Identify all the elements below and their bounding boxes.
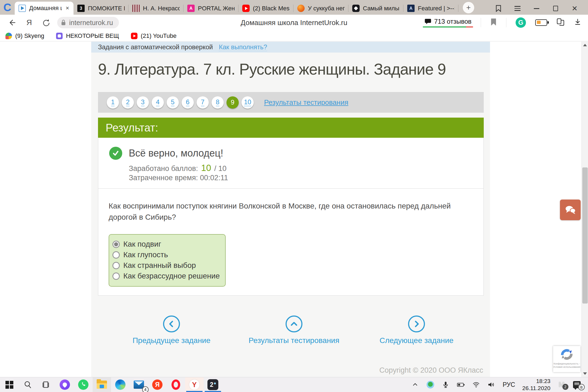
page-scrollbar[interactable] bbox=[581, 42, 588, 377]
bookmark-flag-icon[interactable] bbox=[490, 18, 497, 27]
option-bezrassudnoe-reshenie[interactable]: Как безрассудное решение bbox=[112, 272, 220, 280]
page-button-1[interactable]: 1 bbox=[107, 96, 119, 109]
tab-label: Самый милый bbox=[363, 5, 400, 12]
wifi-icon[interactable] bbox=[472, 381, 480, 389]
maximize-button[interactable] bbox=[552, 5, 559, 12]
score-total: / 10 bbox=[214, 164, 226, 173]
clock-date: 26.11.2020 bbox=[522, 385, 550, 392]
page-button-7[interactable]: 7 bbox=[197, 96, 209, 109]
antivirus-icon[interactable] bbox=[426, 381, 434, 389]
downloads-icon[interactable] bbox=[574, 18, 581, 27]
tab-samy-mily[interactable]: Самый милый bbox=[348, 2, 403, 15]
minimize-button[interactable] bbox=[533, 5, 540, 12]
test-results-link[interactable]: Результаты тестирования bbox=[264, 98, 348, 107]
tab-portal[interactable]: A PORTAL Женск bbox=[183, 2, 238, 15]
task-paginator: 1 2 3 4 5 6 7 8 9 10 Результаты тестиров… bbox=[98, 92, 484, 113]
browser-menu-icon[interactable] bbox=[514, 5, 521, 12]
assignment-title: 9. Литература. 7 кл. Русские женщины. За… bbox=[98, 60, 446, 78]
option-kak-podvig[interactable]: Как подвиг bbox=[112, 240, 220, 249]
bookmark-label: (9) Skyeng bbox=[15, 32, 44, 39]
radio-unselected[interactable] bbox=[112, 251, 120, 259]
tab-youtube-blackmesa[interactable]: (2) Black Mesa Г bbox=[238, 2, 293, 15]
volume-icon[interactable] bbox=[487, 381, 495, 389]
notifications-icon[interactable]: 8 bbox=[573, 381, 581, 389]
page-button-4[interactable]: 4 bbox=[152, 96, 164, 109]
taskbar-explorer-icon[interactable] bbox=[93, 377, 111, 392]
tab-interneturok[interactable]: Домашняя ш × bbox=[15, 2, 74, 15]
previous-task-button[interactable]: Предыдущее задание bbox=[133, 316, 210, 345]
scrollbar-thumb[interactable] bbox=[582, 167, 588, 304]
start-button[interactable] bbox=[0, 377, 19, 392]
page-button-5[interactable]: 5 bbox=[167, 96, 179, 109]
result-banner: Результат: bbox=[98, 118, 484, 138]
language-indicator[interactable]: РУС bbox=[503, 381, 515, 388]
success-check-icon bbox=[109, 147, 122, 160]
taskbar-clock[interactable]: 18:23 26.11.2020 bbox=[522, 378, 550, 392]
tab-sukkub[interactable]: У суккуба непр bbox=[293, 2, 348, 15]
page-button-2[interactable]: 2 bbox=[122, 96, 134, 109]
next-task-button[interactable]: Следующее задание bbox=[376, 316, 457, 345]
bookmarks-panel-icon[interactable] bbox=[495, 5, 502, 12]
battery-icon[interactable] bbox=[457, 381, 465, 389]
chevron-right-icon[interactable] bbox=[408, 316, 425, 332]
m-agent-icon[interactable]: M 2 bbox=[558, 381, 566, 389]
bookmark-youtube[interactable]: (21) YouTube bbox=[131, 32, 176, 39]
next-task-label: Следующее задание bbox=[379, 336, 454, 345]
taskbar-yandex-browser-icon[interactable]: Y bbox=[185, 377, 204, 392]
results-button[interactable]: Результаты тестирования bbox=[245, 316, 343, 345]
option-strannyi-vybor[interactable]: Как странный выбор bbox=[112, 261, 220, 270]
portal-favicon: A bbox=[187, 5, 195, 12]
microphone-icon[interactable] bbox=[442, 381, 450, 389]
page-button-8[interactable]: 8 bbox=[212, 96, 224, 109]
taskbar-yandex-icon[interactable]: Я bbox=[148, 377, 167, 392]
close-window-button[interactable]: ✕ bbox=[571, 5, 578, 12]
recaptcha-text[interactable]: Конфиденциальность - Условия использован… bbox=[553, 362, 580, 369]
collections-icon[interactable] bbox=[556, 18, 565, 27]
taskbar-portal2-icon[interactable]: 2 bbox=[204, 377, 222, 392]
taskbar-opera-icon[interactable] bbox=[167, 377, 185, 392]
back-button[interactable] bbox=[8, 18, 17, 27]
url-field[interactable]: interneturok.ru bbox=[57, 17, 119, 28]
recaptcha-badge[interactable]: Конфиденциальность - Условия использован… bbox=[553, 346, 580, 372]
score-label: Заработано баллов: bbox=[129, 164, 198, 173]
znanija-favicon: 3 bbox=[77, 5, 85, 12]
bookmark-nekotorye-veshchi[interactable]: НЕКОТОРЫЕ ВЕЩ bbox=[56, 32, 119, 39]
scroll-up-arrow[interactable] bbox=[583, 44, 587, 46]
tasks-header-label: Задания с автоматической проверкой bbox=[98, 43, 213, 51]
taskbar-search-button[interactable] bbox=[19, 377, 37, 392]
scroll-down-arrow[interactable] bbox=[583, 372, 587, 375]
option-kak-glupost[interactable]: Как глупость bbox=[112, 250, 220, 259]
taskbar-mail-icon[interactable]: 4 bbox=[130, 377, 148, 392]
tab-ao3-featured[interactable]: A Featured | >--» bbox=[403, 2, 458, 15]
interneturok-favicon bbox=[19, 5, 26, 12]
taskbar-alice-icon[interactable] bbox=[56, 377, 74, 392]
site-reviews-button[interactable]: 713 отзывов bbox=[424, 18, 471, 27]
refresh-button[interactable] bbox=[41, 18, 51, 27]
browser-logo-icon[interactable]: C bbox=[0, 0, 15, 15]
task-view-button[interactable] bbox=[37, 377, 56, 392]
tab-close-icon[interactable]: × bbox=[65, 5, 70, 12]
taskbar-edge-icon[interactable] bbox=[111, 377, 130, 392]
tray-expand-chevron[interactable] bbox=[411, 381, 419, 389]
radio-unselected[interactable] bbox=[112, 272, 120, 280]
chevron-up-icon[interactable] bbox=[286, 316, 302, 332]
page-button-6[interactable]: 6 bbox=[182, 96, 194, 109]
taskbar-whatsapp-icon[interactable] bbox=[74, 377, 93, 392]
radio-selected[interactable] bbox=[112, 241, 120, 248]
recaptcha-icon bbox=[560, 348, 574, 361]
new-tab-button[interactable]: + bbox=[463, 2, 474, 13]
tab-znanija[interactable]: 3 ПОМОКИТЕ ПС bbox=[74, 2, 128, 15]
grammarly-extension-icon[interactable]: G bbox=[516, 17, 526, 28]
page-button-10[interactable]: 10 bbox=[241, 96, 254, 109]
page-button-9-active[interactable]: 9 bbox=[226, 96, 239, 109]
chat-widget-button[interactable] bbox=[560, 200, 581, 220]
chevron-left-icon[interactable] bbox=[163, 316, 180, 332]
purple-favicon bbox=[56, 33, 63, 39]
yandex-search-button[interactable]: Я bbox=[24, 18, 34, 27]
tab-nekrasov[interactable]: Н. А. Некрасов bbox=[128, 2, 183, 15]
bookmark-skyeng[interactable]: (9) Skyeng bbox=[5, 32, 44, 39]
radio-unselected[interactable] bbox=[112, 262, 120, 269]
page-button-3[interactable]: 3 bbox=[137, 96, 149, 109]
battery-extension-icon[interactable] bbox=[535, 19, 547, 26]
how-to-link[interactable]: Как выполнять? bbox=[219, 43, 267, 51]
